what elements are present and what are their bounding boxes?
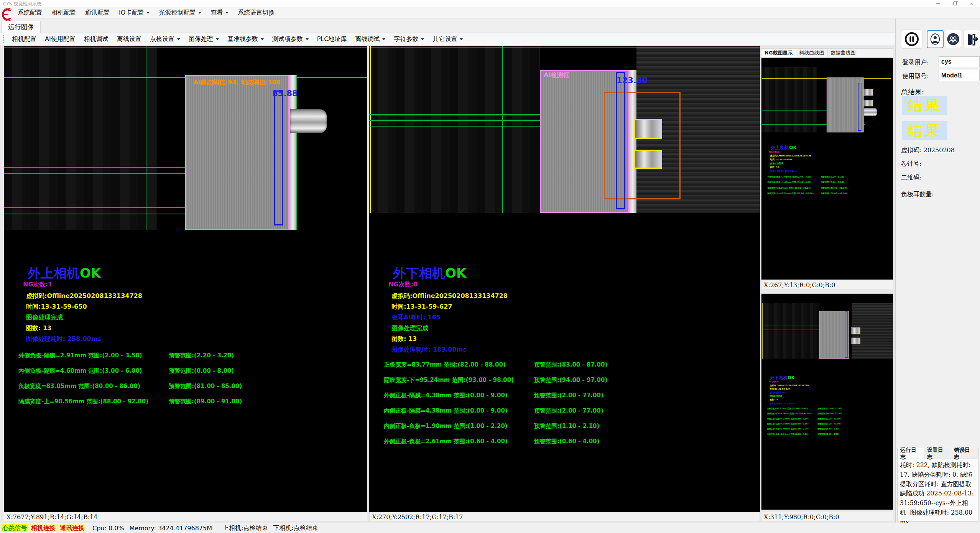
tool-offline-setting[interactable]: 离线设置	[113, 33, 146, 45]
chevron-down-icon	[225, 12, 229, 14]
log-content: 耗时: 222, 缺陷检测耗时: 17, 缺陷分类耗时: 0, 缺陷提取分区耗时…	[900, 461, 976, 527]
measurement-row: 正极宽度=83.77mm 范围:(82.00 - 88.00) 预警范围:(83…	[369, 361, 760, 370]
chevron-down-icon	[421, 38, 424, 40]
cpu-usage: Cpu: 0.0%	[92, 525, 124, 532]
upper-camera-check-status: 上相机:点检结束	[223, 524, 268, 532]
tab-ai-cost: 极耳AI耗时: 165	[391, 314, 441, 322]
menu-language-switch[interactable]: 系统语言切换	[233, 7, 279, 18]
virtual-code: 虚拟码:Offline20250208133134728	[26, 292, 142, 300]
ng-thumbnail-upper[interactable]: 外上相机OK NG次数:1 虚拟码:Offline202502081331347…	[761, 58, 893, 280]
defect-roi	[604, 92, 681, 199]
measurement-row: 隔膜宽度-下=95.24mm 范围:(93.00 - 98.00) 预警范围:(…	[369, 377, 760, 385]
measurement-row: 内侧负极-隔膜=4.60mm 范围:(3.00 - 6.00) 预警范围:(0.…	[4, 367, 367, 376]
ng-view-tabs: NG截图显示 料线曲线图 数据曲线图	[761, 48, 893, 58]
virtual-code-line: 虚拟码: 20250208	[901, 146, 955, 155]
tab-run-log[interactable]: 运行日志	[898, 448, 924, 459]
chevron-down-icon	[306, 38, 309, 40]
toolbar: 相机配置 AI使用配置 相机调试 离线设置 点检设置 图像处理 基准线参数 测试…	[0, 33, 980, 45]
tool-other-settings[interactable]: 其它设置	[428, 33, 467, 45]
window-title: CYS-视觉检测系统	[3, 1, 41, 7]
tab-setting-log[interactable]: 设置日志	[924, 448, 951, 459]
maximize-icon	[953, 2, 957, 5]
pause-button[interactable]	[901, 30, 922, 49]
ng-thumbnail-lower[interactable]: 外下相机OK NG次数:0 虚拟码:Offline202502081331347…	[761, 293, 893, 510]
menu-comm-config[interactable]: 通讯配置	[81, 7, 114, 18]
exit-button[interactable]	[964, 30, 980, 48]
ng-thumbnail-upper-pixel-readout: X:267;Y:13;R:0;G:0;B:0	[761, 280, 893, 290]
upper-camera-pixel-readout: X:7677;Y:891;R:14;G:14;B:14	[4, 512, 367, 522]
negative-tab-count-label: 负极耳数量:	[901, 191, 934, 199]
result-indicator-1: 结果	[902, 96, 947, 115]
ng-thumbnail-lower-pixel-readout: X:311;Y:980;R:0;G:0;B:0	[761, 512, 893, 522]
process-cost: 图像处理耗时: 183.00ms	[391, 346, 467, 354]
tool-test-item-params[interactable]: 测试项参数	[268, 33, 313, 45]
frame-count: 图数: 13	[391, 335, 417, 343]
measurement-row: 外侧正极-隔膜=4.38mm 范围:(0.00 - 9.00) 预警范围:(2.…	[369, 392, 760, 400]
minimize-button[interactable]	[929, 0, 946, 7]
users-icon	[947, 33, 960, 46]
tool-ai-use-config[interactable]: AI使用配置	[41, 33, 80, 45]
user-icon	[929, 33, 941, 46]
model-input[interactable]	[939, 70, 980, 81]
measurement-row: 内侧正极-负极=1.90mm 范围:(1.00 - 2.20) 预警范围:(1.…	[369, 423, 760, 431]
lower-camera-image: AI检测框 123.80	[369, 46, 760, 213]
menu-view[interactable]: 查看	[206, 7, 233, 18]
measurement-row: 外侧正极-负极=2.61mm 范围:(0.60 - 4.00) 预警范围:(0.…	[369, 438, 760, 446]
edge-detect-roi	[616, 72, 625, 209]
tool-camera-debug[interactable]: 相机调试	[80, 33, 113, 45]
chevron-down-icon	[382, 38, 385, 40]
tab-line-curve[interactable]: 料线曲线图	[796, 49, 828, 57]
chevron-down-icon	[216, 38, 219, 40]
menubar: 系统配置 相机配置 通讯配置 IO卡配置 光源控制配置 查看 系统语言切换	[0, 7, 980, 18]
capture-time: 时间:13-31-59-627	[391, 303, 452, 311]
maximize-button[interactable]	[946, 0, 963, 7]
chevron-down-icon	[146, 12, 150, 14]
memory-usage: Memory: 3424.41796875M	[130, 525, 212, 532]
log-panel: 运行日志 设置日志 错误日志 耗时: 222, 缺陷检测耗时: 17, 缺陷分类…	[897, 448, 978, 521]
exit-icon	[965, 32, 979, 46]
tool-camera-config[interactable]: 相机配置	[8, 33, 41, 45]
tool-plc-address-lib[interactable]: PLC地址库	[313, 33, 351, 45]
process-cost: 图像处理耗时: 258.00ms	[26, 335, 101, 343]
camera-status-title: 外下相机OK	[393, 265, 466, 282]
users-button[interactable]	[945, 30, 961, 48]
ai-detect-frame-label: AI检测框	[544, 71, 569, 79]
tab-ng-screenshot[interactable]: NG截图显示	[761, 49, 796, 57]
chevron-down-icon	[261, 38, 264, 40]
menu-camera-config[interactable]: 相机配置	[47, 7, 81, 18]
chevron-down-icon	[460, 38, 463, 40]
winding-pin-label: 卷针号:	[901, 160, 921, 168]
measurement-row: 内侧正极-隔膜=4.38mm 范围:(0.00 - 9.00) 预警范围:(2.…	[369, 407, 760, 416]
upper-camera-viewport[interactable]: AI静态阈值:93, 动态阈值:100 85.88 外上相机OK NG次数:1 …	[4, 46, 367, 512]
process-done: 图像处理完成	[26, 314, 63, 322]
close-icon: ×	[970, 1, 974, 7]
camera-link-badge: 相机连接	[30, 524, 57, 532]
measurement-row: 外侧负极-隔膜=2.91mm 范围:(2.00 - 3.50) 预警范围:(2.…	[4, 352, 367, 360]
result-indicator-2: 结果	[902, 121, 947, 140]
view-tab-row: 运行图像	[0, 18, 980, 33]
tab-error-log[interactable]: 错误日志	[951, 448, 978, 459]
tool-baseline-params[interactable]: 基准线参数	[223, 33, 268, 45]
user-button[interactable]	[927, 30, 944, 48]
upper-camera-image: AI静态阈值:93, 动态阈值:100 85.88	[4, 46, 367, 230]
frame-count: 图数: 13	[26, 324, 51, 332]
login-user-input[interactable]	[939, 56, 980, 67]
total-result-label: 总结果:	[901, 87, 924, 97]
menu-light-control-config[interactable]: 光源控制配置	[154, 7, 206, 18]
chevron-down-icon	[177, 38, 180, 40]
ai-threshold-overlay: AI静态阈值:93, 动态阈值:100	[194, 79, 280, 87]
tool-char-params[interactable]: 字符参数	[390, 33, 428, 45]
menu-system-config[interactable]: 系统配置	[13, 7, 47, 18]
ng-count: NG次数:0	[388, 281, 418, 289]
ng-count: NG次数:1	[23, 281, 52, 289]
close-button[interactable]: ×	[963, 0, 980, 7]
menu-io-card-config[interactable]: IO卡配置	[114, 7, 154, 18]
tool-spot-check-setting[interactable]: 点检设置	[146, 33, 184, 45]
heartbeat-badge: 心跳信号	[1, 524, 28, 532]
tool-image-processing[interactable]: 图像处理	[184, 33, 223, 45]
tab-data-curve[interactable]: 数据曲线图	[828, 49, 859, 57]
measure-value-overlay: 85.88	[272, 89, 298, 98]
lower-camera-viewport[interactable]: AI检测框 123.80 外下相机OK NG次数:0 虚拟码:Offline20…	[369, 46, 760, 512]
tab-run-image[interactable]: 运行图像	[2, 21, 41, 33]
tool-offline-debug[interactable]: 离线调试	[351, 33, 390, 45]
